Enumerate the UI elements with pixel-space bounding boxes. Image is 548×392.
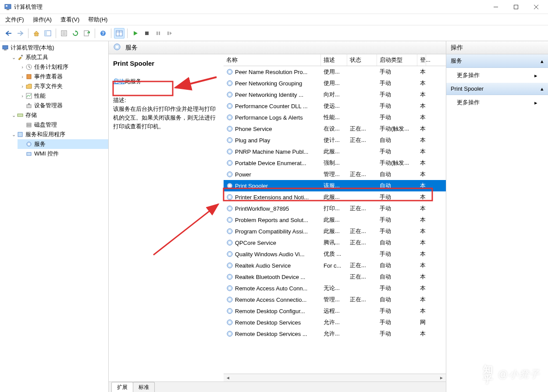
service-desc: 此服...: [321, 227, 347, 235]
service-row[interactable]: Remote Access Connectio...管理...正在...自动本: [224, 294, 446, 305]
menu-file[interactable]: 文件(F): [5, 16, 24, 24]
actions-more-services[interactable]: 更多操作 ▸: [446, 68, 548, 83]
service-desc: 在设...: [321, 125, 347, 133]
service-row[interactable]: Print Spooler该服...自动本: [224, 180, 446, 191]
actions-more-print-spooler[interactable]: 更多操作 ▸: [446, 95, 548, 110]
tree-disk-management[interactable]: 磁盘管理: [18, 120, 108, 130]
gear-icon: [226, 262, 233, 269]
tree-performance[interactable]: ›性能: [18, 91, 108, 101]
stop-service-button[interactable]: [142, 28, 152, 39]
tree-shared-folders[interactable]: ›共享文件夹: [18, 81, 108, 91]
actions-group-print-spooler[interactable]: Print Spooler ▴: [446, 83, 548, 95]
tree-system-tools[interactable]: ⌄ 系统工具: [9, 53, 108, 62]
service-row[interactable]: QPCore Service腾讯...正在...自动本: [224, 237, 446, 248]
tree-wmi[interactable]: WMI 控件: [18, 149, 108, 159]
service-row[interactable]: Remote Desktop Services允许...手动网: [224, 317, 446, 328]
forward-button[interactable]: [15, 28, 25, 39]
tree-services[interactable]: 服务: [18, 139, 108, 149]
col-description[interactable]: 描述: [321, 54, 347, 66]
tree-services-apps[interactable]: ⌄ 服务和应用程序: [9, 130, 108, 139]
tree-storage[interactable]: ⌄ 存储: [9, 110, 108, 120]
svg-rect-20: [157, 32, 158, 35]
service-row[interactable]: Peer Networking Identity ...向对...手动本: [224, 89, 446, 100]
svg-rect-19: [145, 32, 149, 35]
tree-task-scheduler[interactable]: ›任务计划程序: [18, 62, 108, 72]
service-row[interactable]: Realtek Bluetooth Device ...正在...自动本: [224, 271, 446, 283]
scroll-right-icon[interactable]: ►: [438, 375, 445, 380]
properties-button[interactable]: [59, 28, 69, 39]
view-details-button[interactable]: [114, 28, 125, 39]
computer-icon: [2, 44, 9, 51]
back-button[interactable]: [4, 28, 14, 39]
service-row[interactable]: Peer Name Resolution Pro...使用...手动本: [224, 66, 446, 78]
tree-label: 磁盘管理: [34, 121, 57, 129]
service-row[interactable]: Plug and Play使计...正在...自动本: [224, 134, 446, 146]
gear-icon: [226, 285, 233, 292]
export-button[interactable]: [82, 28, 92, 39]
expand-icon[interactable]: ›: [19, 74, 25, 79]
service-status: 正在...: [347, 136, 377, 144]
help-button[interactable]: ?: [98, 28, 108, 39]
col-logon[interactable]: 登...: [417, 54, 426, 66]
service-row[interactable]: Quality Windows Audio Vi...优质 ...手动本: [224, 248, 446, 260]
service-row[interactable]: PNRP Machine Name Publ...此服...手动本: [224, 146, 446, 157]
actions-group-services[interactable]: 服务 ▴: [446, 54, 548, 68]
service-row[interactable]: Remote Access Auto Conn...无论...手动本: [224, 283, 446, 294]
menu-view[interactable]: 查看(V): [60, 16, 79, 24]
service-row[interactable]: Portable Device Enumerat...强制...手动(触发...…: [224, 157, 446, 169]
service-row[interactable]: Remote Desktop Services ...允许...手动本: [224, 328, 446, 339]
menu-help[interactable]: 帮助(H): [88, 16, 107, 24]
expand-icon[interactable]: ›: [19, 84, 25, 89]
service-row[interactable]: Performance Counter DLL ...使远...手动本: [224, 100, 446, 112]
service-logon: 网: [417, 318, 426, 326]
collapse-icon[interactable]: ⌄: [11, 55, 17, 60]
tab-extended[interactable]: 扩展: [111, 382, 133, 392]
close-button[interactable]: [526, 0, 546, 14]
refresh-button[interactable]: [70, 28, 81, 39]
service-row[interactable]: PrintWorkflow_87895打印...正在...手动本: [224, 203, 446, 214]
table-body[interactable]: Peer Name Resolution Pro...使用...手动本Peer …: [224, 66, 446, 374]
service-name: Performance Counter DLL ...: [235, 103, 308, 109]
tree-event-viewer[interactable]: ›事件查看器: [18, 72, 108, 81]
service-row[interactable]: Phone Service在设...正在...手动(触发...本: [224, 123, 446, 134]
service-row[interactable]: Remote Desktop Configur...远程...手动本: [224, 305, 446, 317]
expand-icon[interactable]: ›: [19, 93, 25, 99]
navigation-tree[interactable]: 计算机管理(本地) ⌄ 系统工具 ›任务计划程序 ›事件查看器 ›共享文件夹: [0, 41, 109, 392]
service-startup: 手动: [377, 193, 417, 201]
start-service-button[interactable]: [130, 28, 141, 39]
maximize-button[interactable]: [506, 0, 526, 14]
service-desc: 允许...: [321, 318, 347, 326]
service-row[interactable]: Program Compatibility Assi...此服...正在...手…: [224, 226, 446, 237]
restart-service-button[interactable]: [164, 28, 175, 39]
horizontal-scrollbar[interactable]: ◄ ►: [224, 374, 446, 381]
service-logon: 本: [417, 125, 426, 133]
service-startup: 手动: [377, 148, 417, 155]
tree-device-manager[interactable]: 设备管理器: [18, 101, 108, 110]
minimize-button[interactable]: [486, 0, 506, 14]
collapse-icon[interactable]: ⌄: [11, 113, 17, 118]
col-startup[interactable]: 启动类型: [377, 54, 417, 66]
service-row[interactable]: Printer Extensions and Noti...此服...手动本: [224, 191, 446, 203]
pause-service-button[interactable]: [153, 28, 164, 39]
menu-action[interactable]: 操作(A): [33, 16, 52, 24]
service-row[interactable]: Problem Reports and Solut...此服...手动本: [224, 214, 446, 226]
gear-icon: [226, 125, 233, 132]
col-status[interactable]: 状态: [347, 54, 377, 66]
col-name[interactable]: 名称: [224, 54, 321, 66]
scroll-left-icon[interactable]: ◄: [224, 375, 231, 380]
svg-rect-2: [7, 9, 9, 10]
show-hide-tree-button[interactable]: [43, 28, 53, 39]
collapse-icon[interactable]: ⌄: [11, 132, 17, 138]
service-row[interactable]: Peer Networking Grouping使用...手动本: [224, 78, 446, 89]
view-tabs: 扩展 标准: [109, 381, 446, 392]
service-row[interactable]: Power管理...正在...自动本: [224, 169, 446, 180]
service-name: Quality Windows Audio Vi...: [235, 251, 305, 258]
service-row[interactable]: Realtek Audio ServiceFor c...正在...自动本: [224, 260, 446, 271]
up-button[interactable]: [31, 28, 42, 39]
tree-root[interactable]: 计算机管理(本地): [0, 43, 108, 53]
start-service-link[interactable]: 启动: [113, 78, 125, 85]
service-row[interactable]: Performance Logs & Alerts性能...手动本: [224, 112, 446, 123]
svg-point-89: [229, 333, 231, 335]
expand-icon[interactable]: ›: [19, 64, 25, 70]
tab-standard[interactable]: 标准: [133, 382, 155, 392]
